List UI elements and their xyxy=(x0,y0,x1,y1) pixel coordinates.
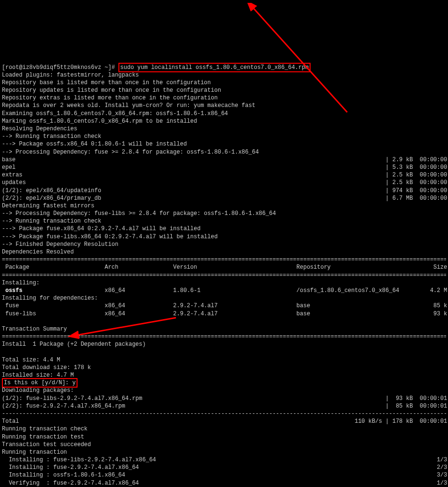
output-line: ---> Package fuse.x86_64 0:2.9.2-7.4.al7… xyxy=(2,225,446,233)
command-highlight: sudo yum localinstall ossfs_1.80.6_cento… xyxy=(118,63,311,72)
output-line: Total download size: 178 k xyxy=(2,364,446,371)
separator: ========================================… xyxy=(2,272,446,279)
blank-line xyxy=(2,348,446,356)
output-line: Downloading packages: xyxy=(2,387,446,394)
output-line: Resolving Dependencies xyxy=(2,125,446,133)
separator: ----------------------------------------… xyxy=(2,410,446,418)
output-line: --> Processing Dependency: fuse >= 2.8.4… xyxy=(2,148,446,156)
progress-line: Installing : fuse-2.9.2-7.4.al7.x86_64 2… xyxy=(2,464,446,471)
progress-line: Installing : ossfs-1.80.6-1.x86_64 3/3 xyxy=(2,471,446,479)
section-label: Transaction Summary xyxy=(2,325,446,333)
table-row: fuse-libs x86_64 2.9.2-7.4.al7 base 93 k xyxy=(2,310,446,318)
repo-line: base | 2.9 kB 00:00:00 xyxy=(2,156,446,164)
output-line: Dependencies Resolved xyxy=(2,248,446,256)
output-line: --> Running transaction check xyxy=(2,133,446,140)
output-line: ---> Package fuse-libs.x86_64 0:2.9.2-7.… xyxy=(2,233,446,241)
output-line: Running transaction test xyxy=(2,433,446,441)
output-line: Determining fastest mirrors xyxy=(2,202,446,210)
repo-line: updates | 2.5 kB 00:00:00 xyxy=(2,179,446,186)
blank-line xyxy=(2,318,446,325)
output-line: Install 1 Package (+2 Dependent packages… xyxy=(2,341,446,348)
output-line: ---> Package ossfs.x86_64 0:1.80.6-1 wil… xyxy=(2,140,446,148)
repo-line: extras | 2.5 kB 00:00:00 xyxy=(2,171,446,179)
download-line: (2/2): fuse-2.9.2-7.4.al7.x86_64.rpm | 8… xyxy=(2,402,446,410)
output-line: Repository updates is listed more than o… xyxy=(2,87,446,94)
confirm-prompt[interactable]: Is this ok [y/d/N]: y xyxy=(2,379,446,387)
output-line: Running transaction check xyxy=(2,425,446,433)
progress-line: Verifying : fuse-2.9.2-7.4.al7.x86_64 1/… xyxy=(2,479,446,487)
table-header: Package Arch Version Repository Size xyxy=(2,263,446,271)
output-line: Running transaction xyxy=(2,448,446,456)
repo-file-line: (2/2): epel/x86_64/primary_db | 6.7 MB 0… xyxy=(2,195,446,202)
progress-line: Installing : fuse-libs-2.9.2-7.4.al7.x86… xyxy=(2,456,446,464)
output-line: --> Finished Dependency Resolution xyxy=(2,241,446,248)
output-line: Transaction test succeeded xyxy=(2,441,446,448)
section-label: Installing: xyxy=(2,279,446,287)
shell-prompt[interactable]: [root@iz8vb9diqf5ttz0mknos6vz ~]# sudo y… xyxy=(2,64,446,71)
output-line: Repository base is listed more than once… xyxy=(2,79,446,87)
output-line: --> Running transaction check xyxy=(2,217,446,225)
total-line: Total 110 kB/s | 178 kB 00:00:01 xyxy=(2,418,446,425)
output-line: Marking ossfs_1.80.6_centos7.0_x86_64.rp… xyxy=(2,117,446,125)
output-line: Total size: 4.4 M xyxy=(2,356,446,364)
download-line: (1/2): fuse-libs-2.9.2-7.4.al7.x86_64.rp… xyxy=(2,395,446,402)
output-line: Repodata is over 2 weeks old. Install yu… xyxy=(2,102,446,109)
section-label: Installing for dependencies: xyxy=(2,294,446,302)
output-line: Examining ossfs_1.80.6_centos7.0_x86_64.… xyxy=(2,110,446,117)
separator: ========================================… xyxy=(2,333,446,341)
output-line: --> Processing Dependency: fuse-libs >= … xyxy=(2,210,446,217)
repo-line: epel | 5.3 kB 00:00:00 xyxy=(2,164,446,171)
output-line: Loaded plugins: fastestmirror, langpacks xyxy=(2,71,446,79)
output-line: Repository extras is listed more than on… xyxy=(2,94,446,102)
separator: ========================================… xyxy=(2,256,446,263)
table-row: ossfs x86_64 1.80.6-1 /ossfs_1.80.6_cent… xyxy=(2,287,446,294)
repo-file-line: (1/2): epel/x86_64/updateinfo | 974 kB 0… xyxy=(2,187,446,195)
table-row: fuse x86_64 2.9.2-7.4.al7 base 85 k xyxy=(2,302,446,310)
terminal-output: [root@iz8vb9diqf5ttz0mknos6vz ~]# sudo y… xyxy=(2,64,446,487)
